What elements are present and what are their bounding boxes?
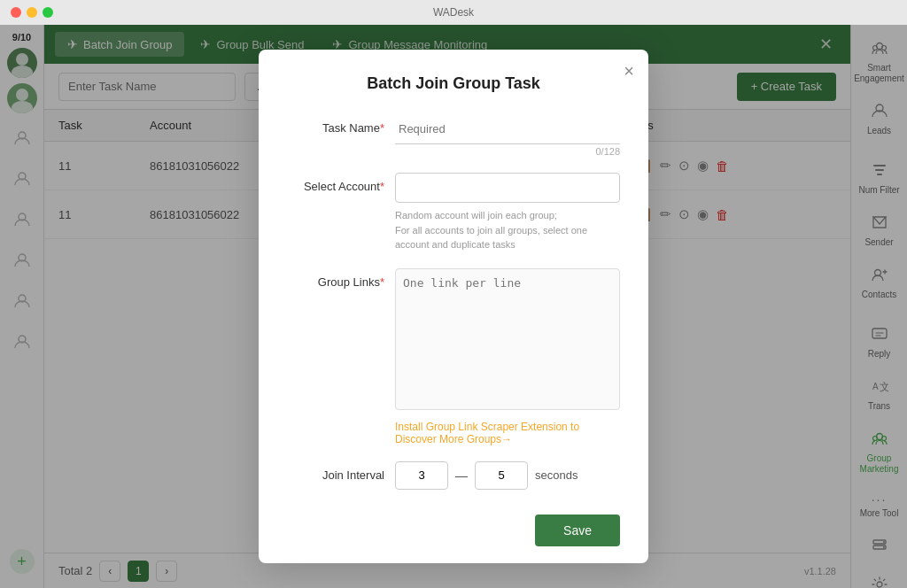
task-name-row: Task Name* 0/128 xyxy=(287,114,620,157)
interval-dash: — xyxy=(455,468,468,483)
interval-row: 3 — 5 seconds xyxy=(395,461,620,490)
titlebar: WADesk xyxy=(0,0,907,25)
group-links-label: Group Links* xyxy=(287,268,384,289)
task-name-label: Task Name* xyxy=(287,114,384,135)
select-account-input[interactable] xyxy=(395,173,620,203)
window-controls[interactable] xyxy=(11,7,53,18)
modal: × Batch Join Group Task Task Name* 0/128… xyxy=(259,50,648,563)
save-button[interactable]: Save xyxy=(535,514,620,546)
select-account-row: Select Account* Random account will join… xyxy=(287,173,620,252)
select-account-wrap: Random account will join each group; For… xyxy=(395,173,620,252)
join-interval-wrap: 3 — 5 seconds xyxy=(395,461,620,490)
maximize-button[interactable] xyxy=(43,7,53,18)
modal-title: Batch Join Group Task xyxy=(287,74,620,93)
char-count: 0/128 xyxy=(595,146,620,157)
group-links-textarea[interactable] xyxy=(395,268,620,410)
task-name-input[interactable] xyxy=(395,114,620,144)
join-interval-row: Join Interval 3 — 5 seconds xyxy=(287,461,620,490)
modal-footer: Save xyxy=(287,514,620,546)
account-hint: Random account will join each group; For… xyxy=(395,208,620,252)
interval-to-input[interactable]: 5 xyxy=(475,461,528,490)
interval-unit: seconds xyxy=(535,468,578,482)
join-interval-label: Join Interval xyxy=(287,461,384,482)
modal-overlay: × Batch Join Group Task Task Name* 0/128… xyxy=(0,25,907,588)
close-button[interactable] xyxy=(11,7,21,18)
group-links-row: Group Links* Install Group Link Scraper … xyxy=(287,268,620,445)
minimize-button[interactable] xyxy=(27,7,37,18)
task-name-wrap: 0/128 xyxy=(395,114,620,157)
app-title: WADesk xyxy=(433,6,474,19)
interval-from-input[interactable]: 3 xyxy=(395,461,448,490)
group-links-wrap: Install Group Link Scraper Extension to … xyxy=(395,268,620,445)
install-link[interactable]: Install Group Link Scraper Extension to … xyxy=(395,421,620,445)
select-account-label: Select Account* xyxy=(287,173,384,193)
modal-close-button[interactable]: × xyxy=(624,62,634,80)
